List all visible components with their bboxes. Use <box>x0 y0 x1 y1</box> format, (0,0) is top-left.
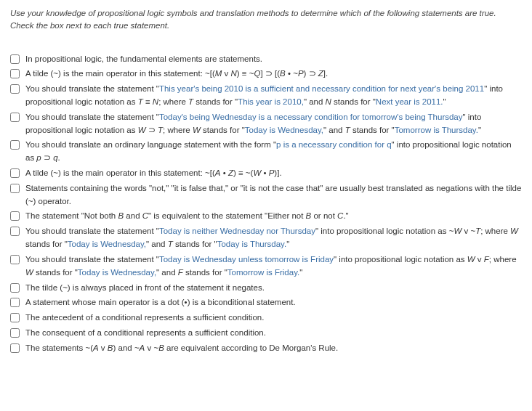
logic-variable: W <box>253 168 261 177</box>
statement-item: The statements ~(A v B) and ~A v ~B are … <box>10 342 522 355</box>
statement-item: The consequent of a conditional represen… <box>10 327 522 340</box>
statement-item: A tilde (~) is the main operator in this… <box>10 167 522 180</box>
statement-text: The tilde (~) is always placed in front … <box>25 282 522 295</box>
highlight-text: This year is 2010, <box>238 97 304 106</box>
logic-variable: Q <box>254 69 261 78</box>
statement-text: You should translate the statement "Toda… <box>25 225 522 251</box>
statement-item: You should translate an ordinary languag… <box>10 139 522 165</box>
statement-text: You should translate the statement "Toda… <box>25 111 522 137</box>
logic-variable: W <box>25 268 33 277</box>
logic-variable: W <box>510 227 518 235</box>
statement-checkbox[interactable] <box>10 313 20 322</box>
highlight-text: Today is Wednesday, <box>68 240 146 248</box>
statement-item: You should translate the statement "Toda… <box>10 111 522 137</box>
logic-variable: Z <box>228 168 233 177</box>
logic-variable: P <box>269 168 275 177</box>
statement-text: You should translate an ordinary languag… <box>25 139 522 165</box>
logic-variable: W <box>454 227 462 235</box>
statement-checkbox[interactable] <box>10 328 20 338</box>
statement-text: A tilde (~) is the main operator in this… <box>25 68 522 81</box>
statement-item: The statement "Not both B and C" is equi… <box>10 210 522 223</box>
logic-variable: B <box>280 69 286 78</box>
statement-text: The statement "Not both B and C" is equi… <box>25 210 522 223</box>
highlight-text: This year's being 2010 is a sufficient a… <box>159 84 484 93</box>
statement-checkbox[interactable] <box>10 113 20 122</box>
statement-checkbox[interactable] <box>10 227 20 236</box>
statement-item: Statements containing the words "not," "… <box>10 182 522 208</box>
logic-variable: F <box>484 255 489 264</box>
logic-variable: B <box>108 343 113 352</box>
highlight-text: Today is Wednesday unless tomorrow is Fr… <box>159 255 334 264</box>
statement-checkbox[interactable] <box>10 255 20 264</box>
logic-variable: T <box>138 97 143 106</box>
logic-variable: A <box>215 168 221 177</box>
statement-text: A statement whose main operator is a dot… <box>25 296 522 309</box>
statement-checkbox[interactable] <box>10 184 20 193</box>
logic-variable: W <box>138 126 146 134</box>
statement-text: Statements containing the words "not," "… <box>25 182 522 208</box>
logic-variable: W <box>193 126 201 134</box>
logic-variable: B <box>306 211 312 220</box>
statement-text: In propositional logic, the fundamental … <box>25 53 522 66</box>
logic-variable: N <box>153 97 158 106</box>
statement-item: The tilde (~) is always placed in front … <box>10 282 522 295</box>
logic-variable: B <box>158 343 164 352</box>
logic-variable: A <box>140 343 145 352</box>
logic-variable: N <box>326 97 331 106</box>
statement-text: The statements ~(A v B) and ~A v ~B are … <box>25 342 522 355</box>
logic-variable: W <box>467 255 475 264</box>
statement-item: A tilde (~) is the main operator in this… <box>10 68 522 81</box>
logic-variable: N <box>231 69 237 78</box>
statement-checkbox[interactable] <box>10 283 20 293</box>
statement-checkbox[interactable] <box>10 54 20 64</box>
statement-checkbox[interactable] <box>10 298 20 307</box>
logic-variable: C <box>142 211 148 220</box>
statement-item: You should translate the statement "Toda… <box>10 225 522 251</box>
highlight-text: Tomorrow is Friday. <box>227 268 299 277</box>
highlight-text: Today is Wednesday, <box>245 126 323 134</box>
statement-checkbox[interactable] <box>10 140 20 150</box>
instructions-text: Use your knowledge of propositional logi… <box>10 7 522 33</box>
statement-text: The consequent of a conditional represen… <box>25 327 522 340</box>
logic-variable: T <box>345 126 350 134</box>
statement-item: In propositional logic, the fundamental … <box>10 53 522 66</box>
statement-list: In propositional logic, the fundamental … <box>10 53 522 355</box>
highlight-text: Today is neither Wednesday nor Thursday <box>159 227 315 235</box>
logic-variable: B <box>118 211 124 220</box>
logic-variable: Z <box>318 69 323 78</box>
statement-checkbox[interactable] <box>10 69 20 78</box>
statement-item: You should translate the statement "Toda… <box>10 253 522 280</box>
statement-text: You should translate the statement "Toda… <box>25 253 522 280</box>
logic-variable: T <box>188 97 193 106</box>
highlight-text: Today is Wednesday, <box>78 268 156 277</box>
logic-variable: q <box>53 153 57 162</box>
logic-variable: M <box>215 69 222 78</box>
logic-variable: T <box>475 227 480 235</box>
statement-checkbox[interactable] <box>10 211 20 221</box>
logic-variable: T <box>158 126 163 134</box>
highlight-text: Next year is 2011. <box>376 97 443 106</box>
statement-checkbox[interactable] <box>10 84 20 94</box>
logic-variable: P <box>298 69 304 78</box>
logic-variable: A <box>93 343 99 352</box>
statement-checkbox[interactable] <box>10 343 20 353</box>
statement-item: The antecedent of a conditional represen… <box>10 312 522 325</box>
statement-item: A statement whose main operator is a dot… <box>10 296 522 309</box>
highlight-text: Tomorrow is Thursday. <box>395 126 478 134</box>
highlight-text: Today's being Wednesday is a necessary c… <box>159 113 463 121</box>
logic-variable: F <box>178 268 183 277</box>
statement-checkbox[interactable] <box>10 168 20 178</box>
statement-text: You should translate the statement "This… <box>25 83 522 109</box>
statement-text: A tilde (~) is the main operator in this… <box>25 167 522 180</box>
logic-variable: p <box>36 153 41 162</box>
logic-variable: C <box>337 211 343 220</box>
statement-item: You should translate the statement "This… <box>10 83 522 109</box>
statement-text: The antecedent of a conditional represen… <box>25 312 522 325</box>
highlight-text: Today is Thursday. <box>217 240 286 248</box>
logic-variable: T <box>168 240 173 248</box>
highlight-text: p is a necessary condition for q <box>276 140 392 149</box>
